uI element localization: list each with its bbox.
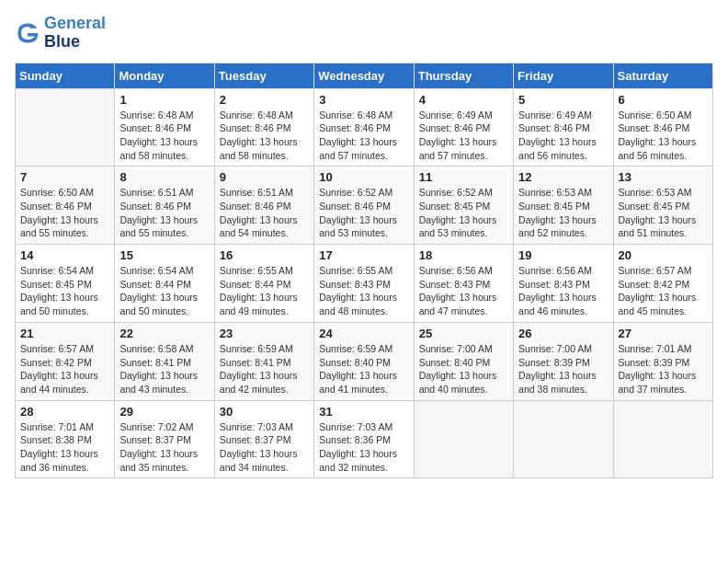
day-info: Sunrise: 6:51 AMSunset: 8:46 PMDaylight:… xyxy=(220,186,309,240)
day-info: Sunrise: 7:00 AMSunset: 8:40 PMDaylight:… xyxy=(419,342,508,396)
calendar-cell: 29Sunrise: 7:02 AMSunset: 8:37 PMDayligh… xyxy=(115,400,214,478)
calendar-cell: 5Sunrise: 6:49 AMSunset: 8:46 PMDaylight… xyxy=(514,88,613,167)
day-info: Sunrise: 6:56 AMSunset: 8:43 PMDaylight:… xyxy=(419,264,508,318)
calendar-week-1: 1Sunrise: 6:48 AMSunset: 8:46 PMDaylight… xyxy=(16,88,713,167)
calendar-cell: 28Sunrise: 7:01 AMSunset: 8:38 PMDayligh… xyxy=(16,400,115,478)
calendar-cell: 14Sunrise: 6:54 AMSunset: 8:45 PMDayligh… xyxy=(16,245,115,323)
day-number: 22 xyxy=(119,327,209,340)
logo: General Blue xyxy=(15,15,106,52)
day-number: 3 xyxy=(319,93,408,107)
day-info: Sunrise: 6:55 AMSunset: 8:43 PMDaylight:… xyxy=(319,264,408,318)
calendar-cell: 2Sunrise: 6:48 AMSunset: 8:46 PMDaylight… xyxy=(214,88,313,167)
day-info: Sunrise: 6:51 AMSunset: 8:46 PMDaylight:… xyxy=(119,186,209,240)
day-number: 6 xyxy=(619,93,708,107)
day-info: Sunrise: 6:53 AMSunset: 8:45 PMDaylight:… xyxy=(518,186,608,240)
page-header: General Blue xyxy=(15,15,713,52)
day-number: 27 xyxy=(619,327,708,340)
calendar-cell: 1Sunrise: 6:48 AMSunset: 8:46 PMDaylight… xyxy=(115,88,214,167)
day-number: 7 xyxy=(20,170,109,184)
day-info: Sunrise: 6:53 AMSunset: 8:45 PMDaylight:… xyxy=(619,186,708,240)
calendar-week-2: 7Sunrise: 6:50 AMSunset: 8:46 PMDaylight… xyxy=(16,167,713,245)
day-info: Sunrise: 7:01 AMSunset: 8:38 PMDaylight:… xyxy=(20,420,109,475)
day-info: Sunrise: 6:56 AMSunset: 8:43 PMDaylight:… xyxy=(518,264,608,318)
calendar-cell: 10Sunrise: 6:52 AMSunset: 8:46 PMDayligh… xyxy=(314,167,414,245)
day-number: 21 xyxy=(20,327,109,340)
day-number: 9 xyxy=(220,170,309,184)
day-number: 16 xyxy=(220,248,309,262)
day-number: 2 xyxy=(220,93,309,107)
day-number: 28 xyxy=(20,405,109,419)
day-info: Sunrise: 7:00 AMSunset: 8:39 PMDaylight:… xyxy=(518,342,608,396)
day-number: 17 xyxy=(319,248,408,262)
calendar-cell: 15Sunrise: 6:54 AMSunset: 8:44 PMDayligh… xyxy=(115,245,214,323)
day-header-saturday: Saturday xyxy=(613,63,712,88)
day-info: Sunrise: 6:50 AMSunset: 8:46 PMDaylight:… xyxy=(619,109,708,163)
calendar-cell: 23Sunrise: 6:59 AMSunset: 8:41 PMDayligh… xyxy=(214,322,313,400)
day-info: Sunrise: 6:49 AMSunset: 8:46 PMDaylight:… xyxy=(518,109,608,163)
day-number: 25 xyxy=(419,327,508,340)
calendar-cell: 17Sunrise: 6:55 AMSunset: 8:43 PMDayligh… xyxy=(314,245,414,323)
day-number: 11 xyxy=(419,170,508,184)
day-number: 18 xyxy=(419,248,508,262)
calendar-cell: 6Sunrise: 6:50 AMSunset: 8:46 PMDaylight… xyxy=(613,88,712,167)
day-info: Sunrise: 7:01 AMSunset: 8:39 PMDaylight:… xyxy=(619,342,708,396)
day-info: Sunrise: 6:52 AMSunset: 8:45 PMDaylight:… xyxy=(419,186,508,240)
logo-icon xyxy=(15,20,40,46)
day-info: Sunrise: 6:59 AMSunset: 8:41 PMDaylight:… xyxy=(220,342,309,396)
day-header-tuesday: Tuesday xyxy=(214,63,313,88)
day-info: Sunrise: 6:49 AMSunset: 8:46 PMDaylight:… xyxy=(419,109,508,163)
calendar-week-4: 21Sunrise: 6:57 AMSunset: 8:42 PMDayligh… xyxy=(16,322,713,400)
calendar-cell: 9Sunrise: 6:51 AMSunset: 8:46 PMDaylight… xyxy=(214,167,313,245)
day-number: 5 xyxy=(518,93,608,107)
calendar-cell xyxy=(16,88,115,167)
day-info: Sunrise: 6:48 AMSunset: 8:46 PMDaylight:… xyxy=(319,109,408,163)
calendar-cell: 25Sunrise: 7:00 AMSunset: 8:40 PMDayligh… xyxy=(414,322,513,400)
day-info: Sunrise: 7:03 AMSunset: 8:37 PMDaylight:… xyxy=(220,420,309,475)
day-number: 15 xyxy=(119,248,209,262)
calendar-cell: 7Sunrise: 6:50 AMSunset: 8:46 PMDaylight… xyxy=(16,167,115,245)
day-number: 31 xyxy=(319,405,408,419)
day-number: 24 xyxy=(319,327,408,340)
day-info: Sunrise: 6:52 AMSunset: 8:46 PMDaylight:… xyxy=(319,186,408,240)
day-number: 23 xyxy=(220,327,309,340)
calendar-week-5: 28Sunrise: 7:01 AMSunset: 8:38 PMDayligh… xyxy=(16,400,713,478)
day-info: Sunrise: 6:54 AMSunset: 8:44 PMDaylight:… xyxy=(119,264,209,318)
day-number: 12 xyxy=(518,170,608,184)
day-info: Sunrise: 7:03 AMSunset: 8:36 PMDaylight:… xyxy=(319,420,408,475)
day-header-wednesday: Wednesday xyxy=(314,63,414,88)
calendar-cell: 21Sunrise: 6:57 AMSunset: 8:42 PMDayligh… xyxy=(16,322,115,400)
calendar-cell xyxy=(414,400,513,478)
day-number: 1 xyxy=(119,93,209,107)
day-info: Sunrise: 6:50 AMSunset: 8:46 PMDaylight:… xyxy=(20,186,109,240)
calendar-cell: 13Sunrise: 6:53 AMSunset: 8:45 PMDayligh… xyxy=(613,167,712,245)
calendar-cell: 18Sunrise: 6:56 AMSunset: 8:43 PMDayligh… xyxy=(414,245,513,323)
calendar-cell: 24Sunrise: 6:59 AMSunset: 8:40 PMDayligh… xyxy=(314,322,414,400)
calendar-cell xyxy=(514,400,613,478)
day-info: Sunrise: 7:02 AMSunset: 8:37 PMDaylight:… xyxy=(119,420,209,475)
day-number: 29 xyxy=(119,405,209,419)
day-header-sunday: Sunday xyxy=(16,63,115,88)
calendar-week-3: 14Sunrise: 6:54 AMSunset: 8:45 PMDayligh… xyxy=(16,245,713,323)
calendar-cell: 26Sunrise: 7:00 AMSunset: 8:39 PMDayligh… xyxy=(514,322,613,400)
calendar-cell: 31Sunrise: 7:03 AMSunset: 8:36 PMDayligh… xyxy=(314,400,414,478)
calendar-cell xyxy=(613,400,712,478)
day-header-friday: Friday xyxy=(514,63,613,88)
day-header-monday: Monday xyxy=(115,63,214,88)
logo-text: General Blue xyxy=(44,15,106,52)
day-number: 8 xyxy=(119,170,209,184)
day-info: Sunrise: 6:55 AMSunset: 8:44 PMDaylight:… xyxy=(220,264,309,318)
calendar-cell: 8Sunrise: 6:51 AMSunset: 8:46 PMDaylight… xyxy=(115,167,214,245)
day-info: Sunrise: 6:57 AMSunset: 8:42 PMDaylight:… xyxy=(20,342,109,396)
day-number: 26 xyxy=(518,327,608,340)
day-info: Sunrise: 6:48 AMSunset: 8:46 PMDaylight:… xyxy=(119,109,209,163)
day-number: 30 xyxy=(220,405,309,419)
day-number: 20 xyxy=(619,248,708,262)
calendar-cell: 3Sunrise: 6:48 AMSunset: 8:46 PMDaylight… xyxy=(314,88,414,167)
day-number: 13 xyxy=(619,170,708,184)
header-row: SundayMondayTuesdayWednesdayThursdayFrid… xyxy=(16,63,713,88)
day-info: Sunrise: 6:48 AMSunset: 8:46 PMDaylight:… xyxy=(220,109,309,163)
calendar-cell: 22Sunrise: 6:58 AMSunset: 8:41 PMDayligh… xyxy=(115,322,214,400)
day-number: 19 xyxy=(518,248,608,262)
day-info: Sunrise: 6:59 AMSunset: 8:40 PMDaylight:… xyxy=(319,342,408,396)
day-info: Sunrise: 6:54 AMSunset: 8:45 PMDaylight:… xyxy=(20,264,109,318)
